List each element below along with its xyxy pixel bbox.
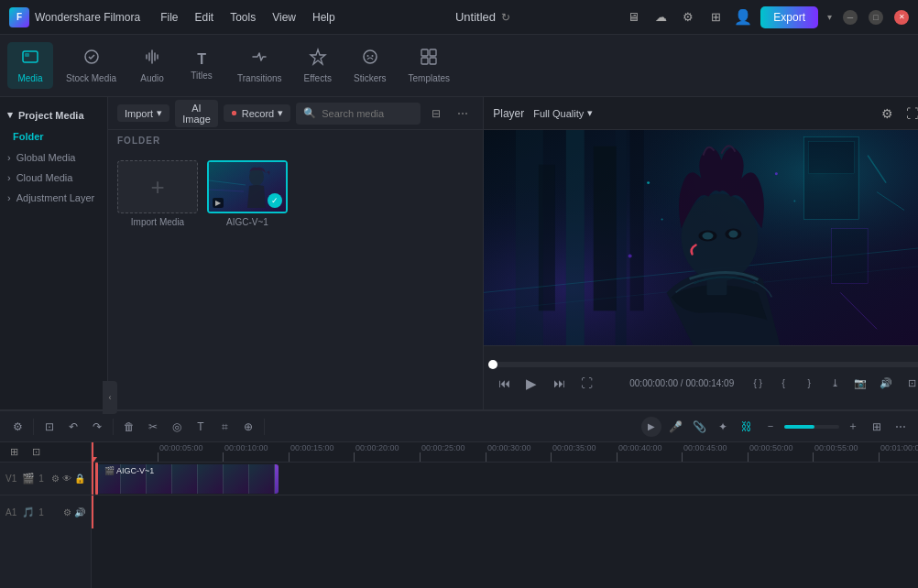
prev-frame-button[interactable]: { } <box>747 373 769 395</box>
more-button[interactable]: ⋯ <box>452 104 474 123</box>
fullscreen-button[interactable]: ⛶ <box>575 373 597 395</box>
sidebar-global-media[interactable]: › Global Media <box>0 147 107 168</box>
delete-button[interactable]: 🗑 <box>119 417 139 437</box>
zoom-slider[interactable] <box>784 425 839 429</box>
quality-selector[interactable]: Full Quality ▾ <box>533 107 593 119</box>
audio-track-mute[interactable]: 🔊 <box>74 507 85 517</box>
audio-track-settings[interactable]: ⚙ <box>63 507 71 517</box>
media-type-badge: ▶ <box>213 198 224 208</box>
crop-button[interactable]: ⌗ <box>214 417 235 437</box>
undo-button[interactable]: ↶ <box>63 417 83 437</box>
sidebar-cloud-media[interactable]: › Cloud Media <box>0 168 107 188</box>
sidebar-project-media[interactable]: ▾ Project Media <box>0 104 107 125</box>
magnet-icon[interactable]: ⊞ <box>4 442 24 463</box>
tool-titles[interactable]: T Titles <box>179 46 224 86</box>
import-thumb[interactable]: + <box>117 160 198 213</box>
search-input[interactable] <box>322 108 413 119</box>
clip-frame-7 <box>249 464 275 494</box>
screen-icon[interactable]: 🖥 <box>623 7 643 27</box>
step-back-button[interactable]: ⏮ <box>493 373 515 395</box>
freeze-button[interactable]: ◎ <box>167 417 187 437</box>
svg-point-5 <box>366 55 368 57</box>
tool-media[interactable]: Media <box>7 42 53 89</box>
avatar[interactable]: 👤 <box>733 7 753 27</box>
maximize-button[interactable]: □ <box>869 10 883 25</box>
link-ruler-icon[interactable]: ⊡ <box>26 442 46 463</box>
mark-in-button[interactable]: { <box>772 373 794 395</box>
magic-icon[interactable]: ✦ <box>713 417 733 437</box>
player-header-right: ⚙ ⛶ <box>877 103 918 124</box>
menu-file[interactable]: File <box>153 8 185 27</box>
clip-frame-6 <box>224 464 249 494</box>
aigc-thumb[interactable]: ✓ ▶ <box>207 160 288 213</box>
close-button[interactable]: ✕ <box>894 10 909 25</box>
video-track-eye[interactable]: 👁 <box>62 474 71 484</box>
grid-view-icon[interactable]: ⊞ <box>867 417 887 437</box>
play-timeline-button[interactable]: ▶ <box>641 417 661 437</box>
player-settings-icon[interactable]: ⚙ <box>877 103 897 124</box>
clip-icon[interactable]: 📎 <box>689 417 709 437</box>
export-button[interactable]: Export <box>760 6 818 28</box>
collapse-sidebar-button[interactable]: ‹ <box>103 381 117 414</box>
audio-playhead-line <box>92 495 93 528</box>
track-labels: ⊞ ⊡ V1 🎬 1 ⚙ 👁 🔒 A1 🎵 1 ⚙ 🔊 <box>0 442 92 588</box>
timeline-ruler: 00:00:05:00 00:00:10:00 00:00:15:00 00:0… <box>92 442 918 463</box>
text-button[interactable]: T <box>191 417 211 437</box>
audio-track-num-label: 1 <box>38 507 44 517</box>
title-right: 🖥 ☁ ⚙ ⊞ 👤 Export ▾ ─ □ ✕ <box>623 6 909 28</box>
grid-icon[interactable]: ⊞ <box>705 7 726 27</box>
sidebar-item-folder[interactable]: Folder <box>0 125 107 147</box>
tick-line-40s <box>617 452 617 462</box>
tool-stickers[interactable]: Stickers <box>344 42 396 89</box>
import-button[interactable]: Import ▾ <box>117 104 169 122</box>
pip-button[interactable]: ⊡ <box>901 373 918 395</box>
export-frame-button[interactable]: ⤓ <box>824 373 846 395</box>
minus-icon[interactable]: － <box>760 417 781 437</box>
video-track-lock[interactable]: 🔒 <box>74 474 85 484</box>
minimize-button[interactable]: ─ <box>843 10 858 25</box>
mark-out-button[interactable]: } <box>798 373 820 395</box>
cut-button[interactable]: ✂ <box>143 417 163 437</box>
menu-tools[interactable]: Tools <box>223 8 263 27</box>
step-forward-button[interactable]: ⏭ <box>548 373 570 395</box>
video-track-settings[interactable]: ⚙ <box>51 474 60 484</box>
ai-image-button[interactable]: AI Image <box>175 100 218 127</box>
audio-track-icon[interactable]: 🎤 <box>665 417 685 437</box>
snap-button[interactable]: ⊡ <box>39 417 60 437</box>
tool-stock-media[interactable]: Stock Media <box>57 42 126 89</box>
import-media-item[interactable]: + Import Media <box>117 160 198 227</box>
menu-help[interactable]: Help <box>305 8 343 27</box>
tick-line-35s <box>551 452 552 462</box>
video-track-icons: ⚙ 👁 🔒 <box>51 474 85 484</box>
global-arrow: › <box>7 152 11 163</box>
target-button[interactable]: ⊕ <box>238 417 258 437</box>
more-timeline-icon[interactable]: ⋯ <box>891 417 911 437</box>
menu-view[interactable]: View <box>265 8 303 27</box>
tool-transitions[interactable]: Transitions <box>228 42 291 89</box>
transitions-icon <box>250 48 268 71</box>
sidebar-adjustment-layer[interactable]: › Adjustment Layer <box>0 188 107 208</box>
tool-audio[interactable]: Audio <box>129 42 175 89</box>
player-viewport[interactable] <box>484 130 918 345</box>
tool-templates[interactable]: Templates <box>399 42 460 89</box>
player-expand-icon[interactable]: ⛶ <box>902 103 918 124</box>
redo-button[interactable]: ↷ <box>87 417 107 437</box>
aigc-v1-item[interactable]: ✓ ▶ AIGC-V~1 <box>207 160 288 227</box>
plus-zoom-icon[interactable]: ＋ <box>843 417 863 437</box>
tool-effects[interactable]: Effects <box>295 42 341 89</box>
progress-handle[interactable] <box>488 360 497 369</box>
video-clip-aigc[interactable]: 🎬 AIGC-V~1 <box>95 464 279 494</box>
zoom-slider-container[interactable] <box>784 425 839 429</box>
play-button[interactable]: ▶ <box>520 373 542 395</box>
timeline-settings-icon[interactable]: ⚙ <box>7 417 27 437</box>
filter-button[interactable]: ⊟ <box>426 104 446 123</box>
camera-button[interactable]: 📷 <box>849 373 871 395</box>
progress-bar[interactable] <box>493 362 918 367</box>
link-icon[interactable]: ⛓ <box>737 417 757 437</box>
export-chevron[interactable]: ▾ <box>827 12 832 22</box>
volume-button[interactable]: 🔊 <box>875 373 897 395</box>
cloud-save-icon[interactable]: ☁ <box>650 7 671 27</box>
settings-icon[interactable]: ⚙ <box>678 7 698 27</box>
menu-edit[interactable]: Edit <box>188 8 222 27</box>
record-button[interactable]: ⏺ Record ▾ <box>224 104 290 122</box>
